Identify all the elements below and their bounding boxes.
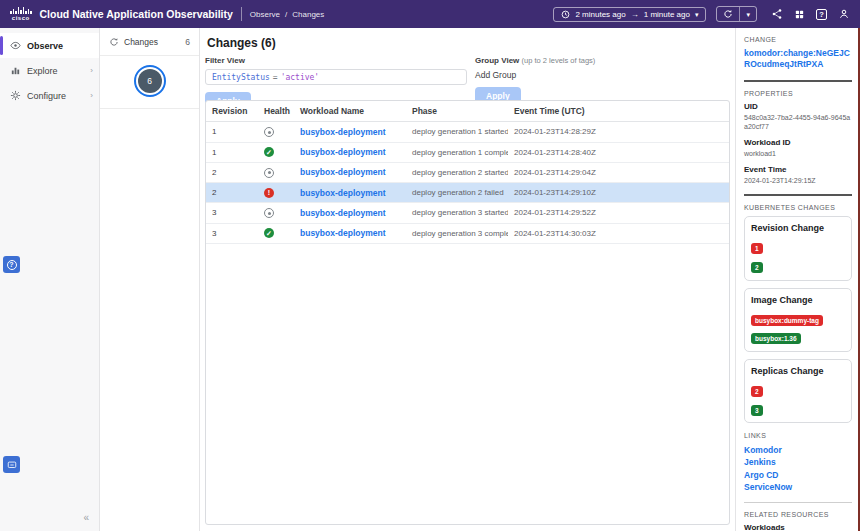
phase-cell: deploy generation 1 started bbox=[406, 122, 508, 143]
group-view-hint: (up to 2 levels of tags) bbox=[522, 56, 596, 65]
filter-value-token: 'active' bbox=[281, 73, 320, 82]
event-time-cell: 2024-01-23T14:28:40Z bbox=[508, 142, 729, 162]
filter-expression-input[interactable]: EntityStatus = 'active' bbox=[205, 69, 467, 85]
help-icon: ? bbox=[816, 9, 827, 20]
clock-icon bbox=[561, 10, 570, 19]
table-row[interactable]: 2 busybox-deployment deploy generation 2… bbox=[206, 162, 729, 183]
properties-section-label: PROPERTIES bbox=[744, 90, 852, 97]
time-from: 2 minutes ago bbox=[575, 10, 625, 19]
health-started-icon bbox=[264, 208, 274, 218]
apps-grid-button[interactable] bbox=[794, 9, 805, 20]
k8s-change-card: Replicas Change 2 3 bbox=[744, 359, 852, 423]
changes-node[interactable]: 6 bbox=[134, 65, 166, 97]
health-completed-icon: ✓ bbox=[264, 147, 274, 157]
arrow-right-icon: → bbox=[631, 10, 639, 19]
external-link-komodor[interactable]: Komodor bbox=[744, 444, 852, 456]
gear-icon bbox=[10, 90, 21, 101]
k8s-change-title: Revision Change bbox=[751, 223, 845, 233]
time-range-picker[interactable]: 2 minutes ago → 1 minute ago ▾ bbox=[553, 7, 706, 22]
related-resources-section-label: RELATED RESOURCES bbox=[744, 511, 852, 518]
health-cell: ! bbox=[258, 183, 294, 203]
k8s-change-title: Replicas Change bbox=[751, 366, 845, 376]
section-divider bbox=[744, 502, 852, 503]
workload-name-link[interactable]: busybox-deployment bbox=[294, 223, 406, 243]
table-header-row: RevisionHealthWorkload NamePhaseEvent Ti… bbox=[206, 101, 729, 122]
chevron-right-icon: › bbox=[90, 91, 93, 100]
user-account-button[interactable] bbox=[838, 8, 850, 20]
property-item: Event Time 2024-01-23T14:29:15Z bbox=[744, 165, 852, 185]
workload-name-link[interactable]: busybox-deployment bbox=[294, 183, 406, 203]
table-row[interactable]: 2 ! busybox-deployment deploy generation… bbox=[206, 183, 729, 203]
sidebar-item-configure[interactable]: Configure › bbox=[0, 83, 99, 108]
share-icon bbox=[771, 8, 783, 20]
filter-view-label: Filter View bbox=[205, 56, 467, 65]
health-cell: ✓ bbox=[258, 142, 294, 162]
add-group-button[interactable]: Add Group bbox=[475, 70, 730, 80]
table-row[interactable]: 1 ✓ busybox-deployment deploy generation… bbox=[206, 142, 729, 162]
filter-field-token: EntityStatus bbox=[212, 73, 270, 82]
breadcrumb: Observe / Changes bbox=[250, 10, 325, 19]
column-header: Revision bbox=[206, 101, 258, 122]
links-section-label: LINKS bbox=[744, 432, 852, 439]
entity-panel-header[interactable]: Changes 6 bbox=[100, 28, 199, 56]
table-row[interactable]: 3 busybox-deployment deploy generation 3… bbox=[206, 203, 729, 224]
sidebar-collapse-button[interactable]: « bbox=[83, 512, 89, 523]
event-time-cell: 2024-01-23T14:29:04Z bbox=[508, 162, 729, 183]
revision-cell: 1 bbox=[206, 142, 258, 162]
health-completed-icon: ✓ bbox=[264, 228, 274, 238]
share-button[interactable] bbox=[771, 8, 783, 20]
external-link-servicenow[interactable]: ServiceNow bbox=[744, 481, 852, 493]
new-value-badge: 3 bbox=[751, 405, 763, 416]
changes-table-body: 1 busybox-deployment deploy generation 1… bbox=[206, 122, 729, 244]
health-cell bbox=[258, 122, 294, 143]
old-value-badge: 1 bbox=[751, 243, 763, 254]
history-icon bbox=[109, 37, 119, 47]
filter-operator-token: = bbox=[273, 73, 278, 82]
section-divider bbox=[744, 194, 852, 196]
workload-name-link[interactable]: busybox-deployment bbox=[294, 203, 406, 224]
chevron-down-icon: ▾ bbox=[695, 11, 699, 18]
external-link-jenkins[interactable]: Jenkins bbox=[744, 456, 852, 468]
phase-cell: deploy generation 1 completed bbox=[406, 142, 508, 162]
floating-help-button[interactable]: ? bbox=[3, 256, 20, 273]
chevron-right-icon: › bbox=[90, 66, 93, 75]
old-value-badge: 2 bbox=[751, 386, 763, 397]
revision-cell: 2 bbox=[206, 162, 258, 183]
sidebar-item-explore[interactable]: Explore › bbox=[0, 58, 99, 83]
workload-name-link[interactable]: busybox-deployment bbox=[294, 142, 406, 162]
table-row[interactable]: 3 ✓ busybox-deployment deploy generation… bbox=[206, 223, 729, 243]
change-id-link[interactable]: komodor:change:NeGEJCROcudmeqJtRtPXA bbox=[744, 48, 852, 71]
apps-grid-icon bbox=[794, 9, 805, 20]
breadcrumb-section[interactable]: Observe bbox=[250, 10, 280, 19]
new-value-badge: busybox:1.36 bbox=[751, 333, 801, 344]
k8s-change-card: Revision Change 1 2 bbox=[744, 216, 852, 280]
entity-node-zone: 6 bbox=[100, 56, 199, 109]
column-header: Event Time (UTC) bbox=[508, 101, 729, 122]
k8s-change-card: Image Change busybox:dummy-tag busybox:1… bbox=[744, 288, 852, 352]
breadcrumb-separator: / bbox=[285, 10, 287, 19]
property-item: UID 548c0a32-7ba2-4455-94a6-9645aa20cf77 bbox=[744, 102, 852, 131]
health-failed-icon: ! bbox=[264, 188, 274, 198]
external-link-argo-cd[interactable]: Argo CD bbox=[744, 469, 852, 481]
floating-feedback-button[interactable] bbox=[3, 456, 20, 473]
cisco-logo: cisco bbox=[10, 7, 32, 21]
page-title: Changes (6) bbox=[207, 36, 730, 50]
workload-name-link[interactable]: busybox-deployment bbox=[294, 162, 406, 183]
event-time-cell: 2024-01-23T14:30:03Z bbox=[508, 223, 729, 243]
main-content: Changes (6) Filter View EntityStatus = '… bbox=[200, 28, 735, 531]
cisco-logo-bars-icon bbox=[10, 7, 32, 14]
sidebar-item-label: Observe bbox=[27, 41, 63, 51]
table-row[interactable]: 1 busybox-deployment deploy generation 1… bbox=[206, 122, 729, 143]
help-button[interactable]: ? bbox=[816, 9, 827, 20]
workload-name-link[interactable]: busybox-deployment bbox=[294, 122, 406, 143]
property-value: workload1 bbox=[744, 149, 852, 158]
refresh-button[interactable] bbox=[717, 7, 739, 21]
refresh-menu-button[interactable]: ▾ bbox=[740, 9, 756, 20]
event-time-cell: 2024-01-23T14:29:52Z bbox=[508, 203, 729, 224]
event-time-cell: 2024-01-23T14:29:10Z bbox=[508, 183, 729, 203]
refresh-icon bbox=[723, 9, 733, 19]
sidebar-item-label: Explore bbox=[27, 66, 58, 76]
revision-cell: 2 bbox=[206, 183, 258, 203]
sidebar-item-observe[interactable]: Observe bbox=[0, 33, 99, 58]
header-divider bbox=[241, 7, 242, 21]
